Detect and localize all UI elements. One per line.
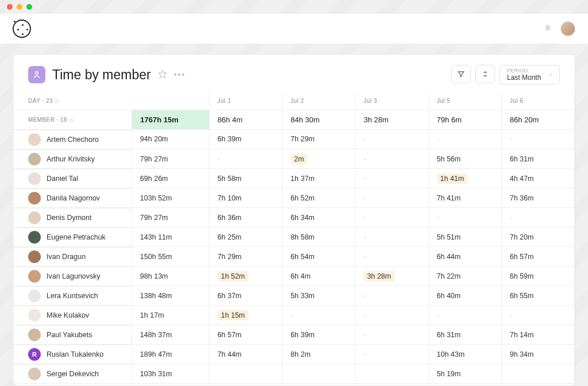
member-count-header[interactable]: MEMBER · 18◇ — [13, 110, 132, 129]
time-cell: - — [355, 129, 428, 149]
table-row[interactable]: Danila Nagornov103h 52m7h 10m6h 52m-7h 4… — [13, 188, 575, 208]
day-header[interactable]: Jul 2 — [283, 92, 355, 110]
member-name-cell[interactable]: Eugene Petrachuk — [13, 227, 132, 247]
member-name-cell[interactable]: Lera Kuntsevich — [13, 286, 132, 306]
time-cell: 7h 29m — [283, 129, 355, 149]
table-row[interactable]: RRuslan Tukalenko189h 47m7h 44m8h 2m-10h… — [13, 345, 575, 364]
time-cell: 5h 56m — [428, 149, 501, 169]
table-row[interactable]: Paul Yakubets148h 37m6h 57m6h 39m-6h 31m… — [13, 325, 575, 345]
member-total-cell: 79h 27m — [132, 208, 209, 227]
page-title: Time by member — [52, 67, 151, 83]
member-total-cell: 189h 47m — [132, 345, 209, 364]
member-name: Arthur Krivitsky — [47, 155, 95, 163]
table-row[interactable]: Ivan Lagunovsky98h 13m1h 52m6h 4m3h 28m7… — [13, 267, 575, 286]
time-cell — [355, 364, 428, 384]
member-name-cell[interactable]: Ivan Dragun — [13, 247, 132, 267]
time-cell: 1h 52m — [209, 267, 282, 286]
time-cell: 8h 58m — [283, 227, 355, 247]
time-cell: - — [428, 129, 501, 149]
filter-button[interactable] — [451, 65, 471, 83]
member-name-cell[interactable]: Arthur Krivitsky — [13, 149, 132, 169]
table-row[interactable]: Lera Kuntsevich138h 48m6h 37m5h 33m-6h 4… — [13, 286, 575, 306]
member-total-cell: 138h 48m — [132, 286, 209, 306]
period-label: PERIOD: — [507, 68, 542, 74]
time-cell: 6h 59m — [501, 267, 574, 286]
member-name-cell[interactable]: Artem Chechoro — [13, 130, 132, 149]
time-cell: 6h 57m — [501, 247, 574, 267]
time-cell: 7h 29m — [209, 247, 282, 267]
time-cell: - — [355, 345, 428, 364]
day-header[interactable]: Jul 3 — [355, 92, 428, 110]
member-name-cell[interactable]: Mike Kulakov — [13, 306, 132, 325]
time-cell: 6h 57m — [209, 325, 282, 345]
member-avatar — [28, 192, 41, 204]
member-name: Eugene Petrachuk — [47, 233, 106, 241]
table-row[interactable]: Denis Dymont79h 27m6h 36m6h 34m--- — [13, 208, 575, 227]
time-cell: 1h 41m — [428, 169, 501, 188]
member-avatar — [28, 309, 41, 322]
window-minimize-button[interactable] — [17, 4, 22, 10]
time-cell: 5h 19m — [428, 364, 501, 384]
member-total-cell: 150h 55m — [132, 247, 209, 267]
table-row[interactable]: Artem Chechoro94h 20m6h 39m7h 29m--- — [13, 129, 575, 149]
time-cell: 5h 58m — [209, 169, 282, 188]
member-name-cell[interactable]: RRuslan Tukalenko — [13, 345, 132, 364]
time-cell: 6h 54m — [283, 247, 355, 267]
table-row[interactable]: Sergei Dekevich103h 31m5h 19m — [13, 364, 575, 384]
time-cell — [283, 364, 355, 384]
member-total-cell: 143h 11m — [132, 227, 209, 247]
member-avatar — [28, 153, 41, 165]
sort-button[interactable] — [475, 65, 495, 83]
member-avatar — [28, 172, 41, 185]
member-avatar — [28, 270, 41, 283]
time-cell: - — [501, 129, 574, 149]
member-name-cell[interactable]: Ivan Lagunovsky — [13, 267, 132, 286]
time-cell: - — [355, 188, 428, 208]
more-options-icon[interactable]: ••• — [174, 70, 186, 79]
member-name: Paul Yakubets — [47, 331, 92, 339]
time-cell — [501, 364, 574, 384]
period-select[interactable]: PERIOD: Last Month — [500, 65, 560, 84]
time-cell: 7h 41m — [428, 188, 501, 208]
member-name: Sergei Dekevich — [47, 370, 99, 378]
member-name-cell[interactable]: Danila Nagornov — [13, 188, 132, 208]
day-header[interactable]: Jul 1 — [209, 92, 282, 110]
day-header[interactable]: Jul 5 — [428, 92, 501, 110]
table-row[interactable]: Arthur Krivitsky79h 27m-2m-5h 56m6h 31m — [13, 149, 575, 169]
member-name-cell[interactable]: Daniel Tal — [13, 169, 132, 188]
table-row[interactable]: Eugene Petrachuk143h 11m6h 25m8h 58m-5h … — [13, 227, 575, 247]
time-cell: - — [355, 169, 428, 188]
time-cell: 7h 22m — [428, 267, 501, 286]
member-name-cell[interactable]: Paul Yakubets — [13, 325, 132, 345]
notification-icon[interactable] — [543, 24, 552, 33]
member-name: Mike Kulakov — [47, 311, 89, 319]
time-cell: 8h 2m — [283, 345, 355, 364]
member-avatar — [28, 250, 41, 263]
table-row[interactable]: Mike Kulakov1h 17m1h 15m---- — [13, 306, 575, 325]
time-cell: 6h 39m — [209, 129, 282, 149]
member-total-cell: 1h 17m — [132, 306, 209, 325]
topbar — [0, 14, 588, 44]
member-avatar — [28, 368, 41, 380]
time-cell: 9h 34m — [501, 345, 574, 364]
time-cell: 1h 37m — [283, 169, 355, 188]
time-cell: 6h 34m — [283, 208, 355, 227]
time-cell: - — [283, 306, 355, 325]
time-cell: 6h 4m — [283, 267, 355, 286]
time-cell: 6h 37m — [209, 286, 282, 306]
app-logo[interactable] — [13, 20, 31, 38]
user-avatar[interactable] — [560, 21, 575, 36]
table-row[interactable]: Daniel Tal69h 26m5h 58m1h 37m-1h 41m4h 4… — [13, 169, 575, 188]
time-cell: - — [428, 306, 501, 325]
day-header[interactable]: Jul 6 — [501, 92, 574, 110]
member-total-cell: 103h 31m — [132, 364, 209, 384]
window-titlebar — [0, 0, 588, 14]
favorite-star-icon[interactable] — [158, 70, 167, 80]
table-row[interactable]: Ivan Dragun150h 55m7h 29m6h 54m-6h 44m6h… — [13, 247, 575, 267]
window-maximize-button[interactable] — [26, 4, 32, 10]
window-close-button[interactable] — [7, 4, 13, 10]
member-name-cell[interactable]: Denis Dymont — [13, 208, 132, 227]
time-cell: - — [355, 247, 428, 267]
member-name-cell[interactable]: Sergei Dekevich — [13, 364, 132, 384]
day-count-header[interactable]: DAY · 23◇ — [13, 92, 209, 110]
